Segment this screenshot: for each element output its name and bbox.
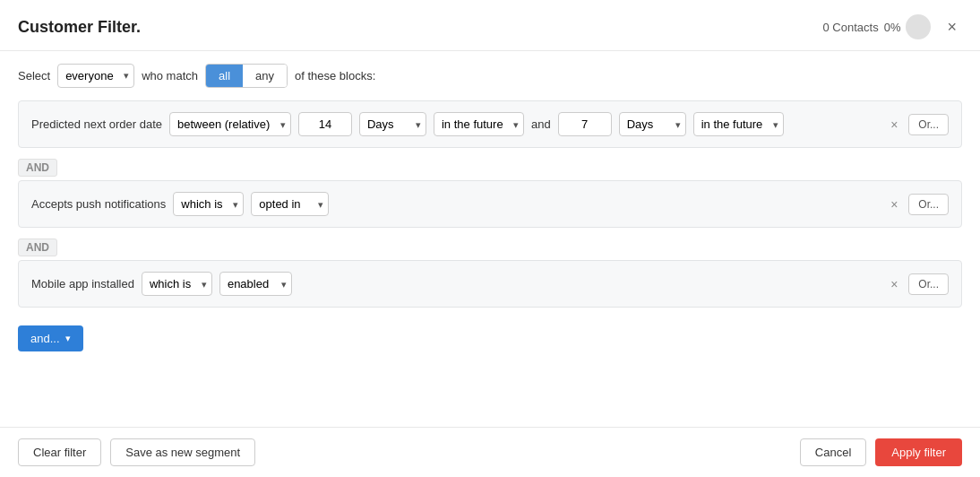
contacts-count: 0 Contacts <box>823 21 879 34</box>
progress-circle <box>906 14 931 39</box>
filter-block-2: Accepts push notifications which is is i… <box>18 180 962 228</box>
filter-block-3-row: Mobile app installed which is is is not … <box>31 272 949 296</box>
who-match-label: who match <box>142 69 198 82</box>
header-right: 0 Contacts 0% × <box>823 14 962 39</box>
select-row: Select everyone who match all any of the… <box>0 51 980 100</box>
footer-left: Clear filter Save as new segment <box>18 438 255 466</box>
close-button[interactable]: × <box>941 16 962 39</box>
block3-actions: × Or... <box>887 273 949 295</box>
filter-block-1: Predicted next order date between (relat… <box>18 100 962 148</box>
block3-value-wrapper: enabled disabled <box>219 272 292 296</box>
block1-label: Predicted next order date <box>31 117 162 131</box>
block1-or-btn[interactable]: Or... <box>908 114 949 135</box>
block1-value2-input[interactable] <box>558 112 612 136</box>
and-label-1: AND <box>18 159 57 177</box>
everyone-select[interactable]: everyone <box>57 64 134 88</box>
clear-filter-button[interactable]: Clear filter <box>18 438 101 466</box>
filter-block-2-row: Accepts push notifications which is is i… <box>31 192 949 216</box>
block1-unit2-select[interactable]: Days Weeks Months <box>619 112 686 136</box>
contacts-percent: 0% <box>884 21 901 34</box>
block1-direction1-select[interactable]: in the future in the past <box>434 112 524 136</box>
block1-unit1-wrapper: Days Weeks Months <box>359 112 426 136</box>
block2-condition-wrapper: which is is is not <box>173 192 244 216</box>
footer-right: Cancel Apply filter <box>800 438 962 466</box>
and-separator-2: AND <box>18 235 962 260</box>
block1-unit2-wrapper: Days Weeks Months <box>619 112 686 136</box>
block2-or-btn[interactable]: Or... <box>908 194 949 215</box>
any-toggle-btn[interactable]: any <box>243 65 287 87</box>
block2-actions: × Or... <box>887 194 949 215</box>
customer-filter-modal: Customer Filter. 0 Contacts 0% × Select … <box>0 0 980 477</box>
and-add-label: and... <box>30 332 60 345</box>
and-add-button[interactable]: and... ▾ <box>18 325 83 351</box>
block1-direction2-select[interactable]: in the future in the past <box>693 112 784 136</box>
contacts-info: 0 Contacts 0% <box>823 14 932 39</box>
block2-label: Accepts push notifications <box>31 197 166 211</box>
block1-condition-select[interactable]: between (relative) is is not greater tha… <box>169 112 291 136</box>
block1-remove-btn[interactable]: × <box>887 116 901 134</box>
and-separator-1: AND <box>18 155 962 180</box>
block3-condition-select[interactable]: which is is is not <box>142 272 212 296</box>
block3-condition-wrapper: which is is is not <box>142 272 212 296</box>
and-label-2: AND <box>18 238 57 256</box>
block1-direction1-wrapper: in the future in the past <box>434 112 524 136</box>
apply-filter-button[interactable]: Apply filter <box>875 438 962 466</box>
block2-value-wrapper: opted in opted out <box>251 192 329 216</box>
block1-unit1-select[interactable]: Days Weeks Months <box>359 112 426 136</box>
block1-actions: × Or... <box>887 114 949 135</box>
block3-value-select[interactable]: enabled disabled <box>219 272 292 296</box>
of-these-blocks-label: of these blocks: <box>295 69 375 82</box>
block1-direction2-wrapper: in the future in the past <box>693 112 784 136</box>
select-label: Select <box>18 69 50 82</box>
modal-footer: Clear filter Save as new segment Cancel … <box>0 427 980 477</box>
all-any-toggle: all any <box>205 64 288 88</box>
block1-value1-input[interactable] <box>298 112 352 136</box>
cancel-button[interactable]: Cancel <box>800 438 866 466</box>
block2-value-select[interactable]: opted in opted out <box>251 192 329 216</box>
save-segment-button[interactable]: Save as new segment <box>110 438 255 466</box>
block2-remove-btn[interactable]: × <box>887 195 901 213</box>
everyone-dropdown-wrapper: everyone <box>57 64 134 88</box>
block3-remove-btn[interactable]: × <box>887 275 901 293</box>
block1-and-label: and <box>531 117 551 131</box>
block1-condition-wrapper: between (relative) is is not greater tha… <box>169 112 291 136</box>
filter-block-1-row: Predicted next order date between (relat… <box>31 112 949 136</box>
filter-content: Predicted next order date between (relat… <box>0 100 980 427</box>
block3-or-btn[interactable]: Or... <box>908 273 949 295</box>
block2-condition-select[interactable]: which is is is not <box>173 192 244 216</box>
all-toggle-btn[interactable]: all <box>206 65 243 87</box>
and-add-caret: ▾ <box>65 333 71 344</box>
modal-header: Customer Filter. 0 Contacts 0% × <box>0 0 980 51</box>
block3-label: Mobile app installed <box>31 277 134 291</box>
filter-block-3: Mobile app installed which is is is not … <box>18 260 962 308</box>
modal-title: Customer Filter. <box>18 18 141 37</box>
